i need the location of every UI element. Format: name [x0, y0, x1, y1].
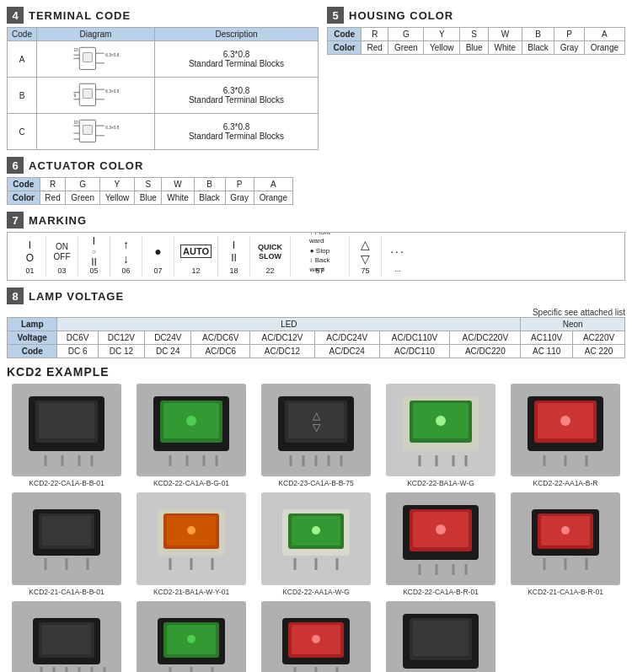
svg-text:10: 10 — [73, 121, 78, 125]
svg-point-119 — [312, 635, 320, 643]
mark-75-tri-up: △ — [361, 238, 370, 251]
switch-img-5 — [511, 384, 620, 476]
acolor-black: Black — [194, 191, 225, 205]
terminal-row-a: A 10 — [8, 41, 319, 78]
mark-03-top: ON — [56, 242, 68, 251]
mark-06-up: ↑ — [123, 238, 129, 251]
lamp-voltage-row: Voltage DC6V DC12V DC24V AC/DC6V AC/DC12… — [8, 331, 625, 345]
c-acdc110: AC/DC110 — [379, 345, 450, 358]
section-4: 4 TERMINAL CODE Code Diagram Description… — [7, 7, 319, 150]
c-acdc12: AC/DC12 — [250, 345, 315, 358]
svg-text:6.3×0.8: 6.3×0.8 — [105, 126, 119, 130]
diagram-b: 9 6.3×0.8 — [37, 78, 155, 114]
actuator-color-label: Color — [8, 191, 40, 205]
switch-img-11 — [12, 601, 121, 672]
section-5: 5 HOUSING COLOR Code R G Y S W B P A — [327, 7, 625, 150]
example-item-10: KCD2-21-CA1A-B-R-01 — [506, 492, 625, 596]
switch-svg-3: △ ▽ — [270, 392, 362, 468]
housing-code-label: Code — [328, 28, 362, 41]
desc-b: 6.3*0.8Standard Terminal Blocks — [155, 78, 319, 114]
mark-57: ↑ Frontward ● Stop ↓ Backward 57 — [291, 236, 350, 277]
diagram-c: 10 6.3×0.8 — [37, 114, 155, 150]
mark-01: I O 01 — [14, 236, 46, 277]
switch-img-14 — [386, 601, 495, 672]
hcolor-red: Red — [362, 41, 388, 55]
mark-01-top: I — [29, 239, 31, 251]
hc-g: G — [388, 28, 424, 41]
hc-a: A — [584, 28, 624, 41]
section-8-num: 8 — [7, 288, 24, 304]
switch-label-6: KCD2-21-CA1A-B-B-01 — [29, 588, 104, 596]
lamp-type-row: Lamp LED Neon — [8, 318, 625, 331]
hc-s: S — [460, 28, 489, 41]
switch-label-7: KCD2-21-BA1A-W-Y-01 — [153, 588, 229, 596]
svg-text:△: △ — [313, 410, 321, 422]
hcolor-blue: Blue — [460, 41, 489, 55]
mark-22: QUICK SLOW 22 — [250, 236, 291, 277]
c-ac220: AC 220 — [573, 345, 625, 358]
switch-svg-2 — [145, 392, 238, 468]
mark-01-symbol: I O — [26, 238, 34, 265]
section-8: 8 LAMP VOLTAGE Specific see attached lis… — [7, 288, 625, 358]
switch-svg-5 — [519, 392, 612, 468]
ac-a: A — [254, 178, 292, 191]
switch-label-5: KCD2-22-AA1A-B-R — [533, 479, 598, 487]
c-dc6: DC 6 — [57, 345, 98, 358]
section-5-header: 5 HOUSING COLOR — [327, 7, 625, 24]
mark-06: ↑ ↓ 06 — [110, 236, 142, 277]
lamp-header: Lamp — [8, 318, 57, 331]
mark-18: I II 18 — [218, 236, 250, 277]
section-6-title: ACTUATOR COLOR — [29, 159, 143, 172]
switch-svg-12 — [145, 610, 238, 672]
code-b: B — [8, 78, 37, 114]
switch-svg-14 — [394, 610, 487, 672]
section-8-title: LAMP VOLTAGE — [29, 290, 124, 303]
svg-point-112 — [187, 635, 195, 643]
section-4-num: 4 — [7, 7, 24, 24]
example-grid: KCD2-22-CA1A-B-B-01 KCD2-2 — [7, 384, 625, 672]
code-label: Code — [8, 345, 57, 358]
switch-img-10 — [511, 492, 620, 585]
switch-img-1 — [12, 384, 121, 476]
v-dc12: DC12V — [98, 331, 144, 345]
section-4-title: TERMINAL CODE — [29, 9, 131, 22]
svg-point-35 — [186, 416, 196, 426]
svg-text:10: 10 — [73, 48, 78, 52]
acolor-blue: Blue — [135, 191, 162, 205]
hc-b: B — [522, 28, 554, 41]
svg-point-88 — [436, 524, 446, 535]
v-ac220: AC220V — [573, 331, 625, 345]
specific-note: Specific see attached list — [7, 308, 625, 317]
acolor-orange: Orange — [254, 191, 292, 205]
mark-05-circle: ○ — [92, 248, 96, 255]
switch-label-8: KCD2-22-AA1A-W-G — [282, 588, 350, 596]
mark-57-front: ↑ Frontward — [309, 232, 330, 246]
mark-03-code: 03 — [57, 266, 66, 275]
example-item-7: KCD2-21-BA1A-W-Y-01 — [131, 492, 251, 596]
svg-rect-21 — [83, 125, 92, 134]
section-7-title: MARKING — [29, 214, 87, 227]
switch-svg-11 — [20, 610, 113, 672]
hcolor-white: White — [489, 41, 522, 55]
switch-svg-9 — [394, 501, 487, 577]
switch-svg-1 — [20, 392, 113, 468]
hc-y: Y — [424, 28, 460, 41]
desc-c: 6.3*0.8Standard Terminal Blocks — [155, 114, 319, 150]
svg-text:6.3×0.8: 6.3×0.8 — [105, 53, 119, 57]
mark-03-bottom: OFF — [54, 252, 71, 261]
mark-12-auto: AUTO — [180, 245, 212, 258]
switch-img-6 — [12, 492, 121, 585]
mark-57-stop: ● Stop — [310, 247, 330, 255]
marking-items: I O 01 ON OFF 03 I ○ II 05 — [7, 232, 625, 281]
actuator-color-row: Color Red Green Yellow Blue White Black … — [8, 191, 293, 205]
mark-01-bottom: O — [26, 252, 34, 264]
mark-12: AUTO 12 — [174, 236, 218, 277]
switch-img-12 — [137, 601, 246, 672]
led-header: LED — [57, 318, 521, 331]
mark-22-quick: QUICK — [258, 243, 282, 251]
svg-rect-27 — [39, 403, 94, 438]
mark-07-dot: ● — [154, 245, 161, 258]
row-4-5: 4 TERMINAL CODE Code Diagram Description… — [7, 7, 625, 150]
mark-07: ● 07 — [142, 236, 174, 277]
section-7-header: 7 MARKING — [7, 212, 625, 228]
